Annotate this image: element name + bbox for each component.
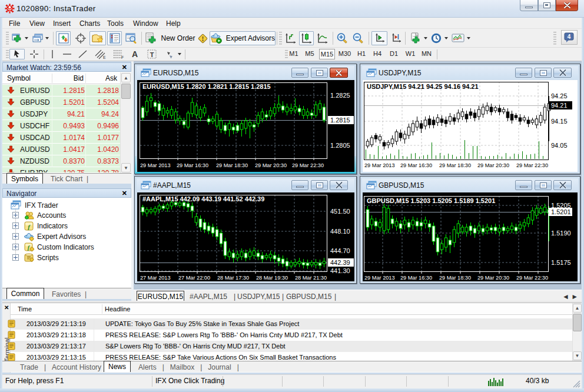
svg-text:GBPUSD,M15 1.5203 1.5205 1.51: GBPUSD,M15 1.5203 1.5205 1.5189 1.5201 <box>367 197 495 204</box>
svg-text:29 Mar 2013: 29 Mar 2013 <box>140 162 171 168</box>
svg-text:29 Mar 18:30: 29 Mar 18:30 <box>216 162 248 168</box>
svg-text:EURUSD,M15 1.2820 1.2821 1.28: EURUSD,M15 1.2820 1.2821 1.2815 1.2815 <box>142 83 271 90</box>
svg-text:94.15: 94.15 <box>551 118 568 125</box>
svg-text:29 Mar 16:30: 29 Mar 16:30 <box>177 162 208 168</box>
svg-text:29 Mar 18:30: 29 Mar 18:30 <box>439 162 471 168</box>
svg-text:448.10: 448.10 <box>330 228 350 235</box>
svg-text:444.70: 444.70 <box>330 247 350 254</box>
svg-text:29 Mar 20:30: 29 Mar 20:30 <box>477 162 509 168</box>
svg-text:94.05: 94.05 <box>551 142 568 149</box>
svg-text:27 Mar 22:00: 27 Mar 22:00 <box>178 275 210 281</box>
svg-text:28 Mar 17:30: 28 Mar 17:30 <box>217 275 249 281</box>
svg-text:29 Mar 20:30: 29 Mar 20:30 <box>477 275 509 281</box>
svg-text:442.39: 442.39 <box>330 259 350 266</box>
svg-text:28 Mar 21:30: 28 Mar 21:30 <box>295 275 327 281</box>
svg-text:29 Mar 18:30: 29 Mar 18:30 <box>439 275 471 281</box>
svg-text:1.2815: 1.2815 <box>330 117 350 124</box>
svg-text:441.30: 441.30 <box>330 267 350 274</box>
svg-text:29 Mar 16:30: 29 Mar 16:30 <box>400 162 432 168</box>
svg-text:#AAPL,M15 442.09 443.19 441.5: #AAPL,M15 442.09 443.19 441.52 442.39 <box>142 195 264 202</box>
svg-text:28 Mar 19:30: 28 Mar 19:30 <box>256 275 288 281</box>
svg-text:29 Mar 2013: 29 Mar 2013 <box>364 275 395 281</box>
svg-text:1.5175: 1.5175 <box>551 259 571 266</box>
svg-text:29 Mar 16:30: 29 Mar 16:30 <box>400 275 432 281</box>
svg-text:27 Mar 2013: 27 Mar 2013 <box>140 275 171 281</box>
svg-text:29 Mar 22:30: 29 Mar 22:30 <box>516 275 548 281</box>
svg-text:29 Mar 22:30: 29 Mar 22:30 <box>516 162 548 168</box>
svg-text:1.5201: 1.5201 <box>551 208 571 215</box>
svg-text:29 Mar 22:30: 29 Mar 22:30 <box>292 162 324 168</box>
svg-text:29 Mar 20:30: 29 Mar 20:30 <box>255 162 287 168</box>
svg-text:1.2805: 1.2805 <box>330 142 350 149</box>
svg-text:94.25: 94.25 <box>551 92 568 99</box>
svg-text:USDJPY,M15 94.21 94.25 94.16: USDJPY,M15 94.21 94.25 94.16 94.21 <box>367 83 479 90</box>
svg-text:451.50: 451.50 <box>330 208 350 215</box>
svg-text:29 Mar 2013: 29 Mar 2013 <box>364 162 395 168</box>
svg-text:94.21: 94.21 <box>551 102 568 109</box>
svg-text:1.2825: 1.2825 <box>330 92 350 99</box>
svg-text:1.5190: 1.5190 <box>551 230 571 237</box>
